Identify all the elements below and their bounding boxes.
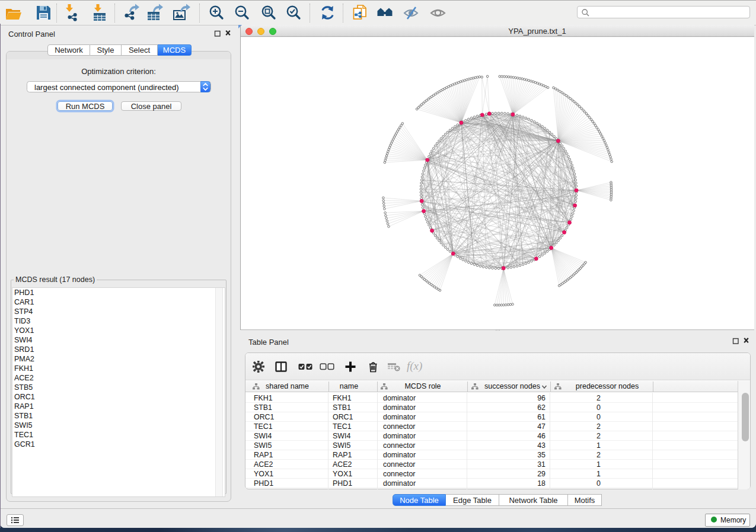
svg-text:f(x): f(x): [407, 361, 422, 373]
